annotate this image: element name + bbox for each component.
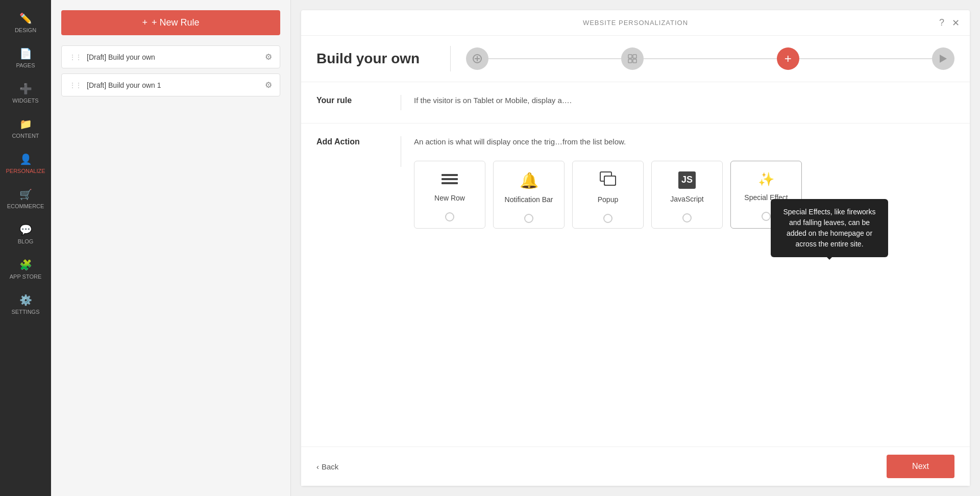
- javascript-icon: JS: [678, 171, 696, 189]
- drag-handle-1[interactable]: ⋮⋮: [69, 54, 82, 61]
- new-row-icon: [442, 171, 458, 188]
- back-label: Back: [322, 462, 338, 471]
- panel-header: WEBSITE PERSONALIZATION ? ✕: [301, 10, 970, 36]
- action-card-popup[interactable]: Popup: [572, 161, 644, 229]
- sidebar-item-blog[interactable]: 💬 BLOG: [0, 216, 51, 252]
- rule-gear-icon-2[interactable]: ⚙: [265, 80, 272, 90]
- design-icon: ✏️: [19, 12, 32, 24]
- rule-gear-icon-1[interactable]: ⚙: [265, 52, 272, 62]
- drag-handle-2[interactable]: ⋮⋮: [69, 82, 82, 89]
- svg-rect-6: [633, 59, 636, 63]
- new-row-label: New Row: [434, 194, 465, 202]
- panel-body: Your rule If the visitor is on Tablet or…: [301, 82, 970, 447]
- new-rule-button[interactable]: + + New Rule: [61, 10, 280, 35]
- rule-section: Your rule If the visitor is on Tablet or…: [301, 82, 970, 123]
- content-icon: 📁: [19, 118, 32, 130]
- ecommerce-icon: 🛒: [19, 188, 32, 201]
- sidebar-item-design[interactable]: ✏️ DESIGN: [0, 5, 51, 40]
- next-button[interactable]: Next: [887, 455, 954, 478]
- action-card-javascript[interactable]: JS JavaScript: [651, 161, 723, 229]
- special-effect-radio[interactable]: [762, 212, 771, 221]
- svg-rect-8: [442, 174, 458, 176]
- help-icon[interactable]: ?: [939, 17, 944, 29]
- rule-divider: [401, 95, 401, 110]
- main-panel: WEBSITE PERSONALIZATION ? ✕ Build your o…: [301, 10, 970, 486]
- rule-item-2[interactable]: ⋮⋮ [Draft] Build your own 1 ⚙: [61, 73, 280, 96]
- svg-rect-10: [442, 182, 458, 184]
- action-card-notification-bar[interactable]: 🔔 Notification Bar: [493, 161, 565, 229]
- svg-rect-4: [633, 55, 636, 58]
- svg-rect-3: [628, 55, 632, 58]
- action-label: Add Action: [316, 136, 388, 146]
- step-divider: [450, 46, 451, 71]
- sidebar-item-content[interactable]: 📁 CONTENT: [0, 111, 51, 146]
- rule-item-1[interactable]: ⋮⋮ [Draft] Build your own ⚙: [61, 45, 280, 68]
- step-play[interactable]: [932, 47, 954, 70]
- notification-bar-icon: 🔔: [520, 171, 538, 189]
- action-card-new-row[interactable]: New Row: [414, 161, 485, 229]
- target-step-icon: [627, 54, 638, 64]
- play-step-icon: [940, 55, 947, 63]
- rule-text: If the visitor is on Tablet or Mobile, d…: [414, 95, 572, 107]
- sidebar-item-personalize[interactable]: 👤 PERSONALIZE: [0, 146, 51, 181]
- step-line-1: [488, 58, 621, 59]
- svg-rect-12: [604, 176, 616, 185]
- step-line-2: [644, 58, 776, 59]
- javascript-radio[interactable]: [682, 213, 692, 222]
- action-divider: [401, 136, 401, 167]
- step-circles: +: [466, 47, 954, 70]
- notification-bar-radio[interactable]: [524, 214, 533, 223]
- new-rule-plus-icon: +: [142, 17, 148, 28]
- sidebar-item-ecommerce[interactable]: 🛒 ECOMMERCE: [0, 181, 51, 216]
- main-content: WEBSITE PERSONALIZATION ? ✕ Build your o…: [291, 0, 980, 496]
- popup-radio[interactable]: [603, 214, 612, 223]
- popup-label: Popup: [598, 195, 618, 204]
- svg-rect-9: [442, 178, 458, 180]
- sidebar-item-appstore[interactable]: 🧩 APP STORE: [0, 252, 51, 287]
- widgets-icon: ➕: [19, 83, 32, 95]
- svg-marker-7: [940, 55, 947, 63]
- add-step-icon: [473, 54, 482, 63]
- stepper: Build your own: [301, 36, 970, 82]
- blog-icon: 💬: [19, 224, 32, 236]
- left-panel: + + New Rule ⋮⋮ [Draft] Build your own ⚙…: [51, 0, 291, 496]
- new-row-radio[interactable]: [445, 212, 454, 221]
- rule-label: Your rule: [316, 95, 388, 105]
- step-line-3: [799, 58, 932, 59]
- close-icon[interactable]: ✕: [952, 17, 960, 29]
- back-button[interactable]: ‹ Back: [316, 462, 338, 471]
- special-effect-icon: ✨: [758, 171, 774, 187]
- back-icon: ‹: [316, 462, 319, 471]
- svg-rect-5: [628, 59, 632, 63]
- action-description: An action is what will display once the …: [414, 136, 954, 148]
- sidebar-item-pages[interactable]: 📄 PAGES: [0, 40, 51, 76]
- sidebar-item-widgets[interactable]: ➕ WIDGETS: [0, 76, 51, 111]
- javascript-label: JavaScript: [670, 195, 703, 203]
- notification-bar-label: Notification Bar: [505, 195, 553, 204]
- panel-title: WEBSITE PERSONALIZATION: [583, 19, 688, 27]
- appstore-icon: 🧩: [19, 259, 32, 271]
- popup-icon: [600, 171, 616, 189]
- sidebar-item-settings[interactable]: ⚙️ SETTINGS: [0, 287, 51, 322]
- personalize-icon: 👤: [19, 153, 32, 165]
- pages-icon: 📄: [19, 47, 32, 60]
- step-title: Build your own: [316, 50, 435, 67]
- step-target[interactable]: [621, 47, 644, 70]
- tooltip: Special Effects, like fireworks and fall…: [771, 199, 888, 257]
- step-current[interactable]: +: [777, 47, 799, 70]
- sidebar: ✏️ DESIGN 📄 PAGES ➕ WIDGETS 📁 CONTENT 👤 …: [0, 0, 51, 496]
- step-add[interactable]: [466, 47, 488, 70]
- settings-icon: ⚙️: [19, 294, 32, 306]
- panel-footer: ‹ Back Next: [301, 447, 970, 486]
